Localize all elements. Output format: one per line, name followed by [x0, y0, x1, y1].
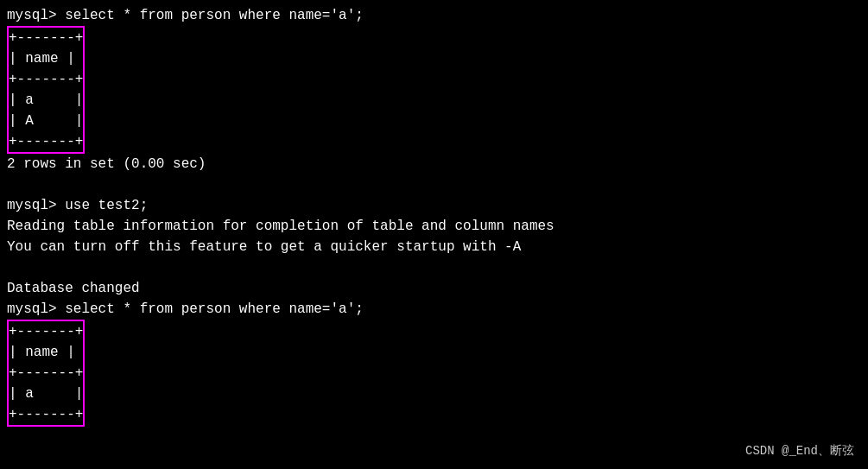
line-16: +-------+: [9, 321, 83, 342]
line-18: +-------+: [9, 363, 83, 383]
line-8: 2 rows in set (0.00 sec): [7, 154, 861, 174]
line-17: | name |: [9, 342, 83, 363]
line-10: mysql> use test2;: [7, 195, 861, 216]
line-3: | name |: [9, 48, 83, 69]
line-4: +-------+: [9, 69, 83, 90]
line-14: Database changed: [7, 278, 861, 299]
top-table-box: +-------+ | name | +-------+ | a | | A |…: [7, 26, 85, 154]
line-11: Reading table information for completion…: [7, 216, 861, 237]
line-19: | a |: [9, 383, 83, 404]
line-2: +-------+: [9, 28, 83, 48]
line-13: [7, 257, 861, 278]
line-12: You can turn off this feature to get a q…: [7, 237, 861, 257]
line-15: mysql> select * from person where name='…: [7, 299, 861, 320]
line-1: mysql> select * from person where name='…: [7, 5, 861, 26]
line-7: +-------+: [9, 131, 83, 152]
terminal: mysql> select * from person where name='…: [0, 0, 868, 469]
line-5: | a |: [9, 90, 83, 111]
watermark: CSDN @_End、断弦: [745, 443, 854, 459]
line-9: [7, 174, 861, 195]
line-20: +-------+: [9, 404, 83, 425]
bottom-table-box: +-------+ | name | +-------+ | a | +----…: [7, 320, 85, 427]
line-6: | A |: [9, 111, 83, 131]
